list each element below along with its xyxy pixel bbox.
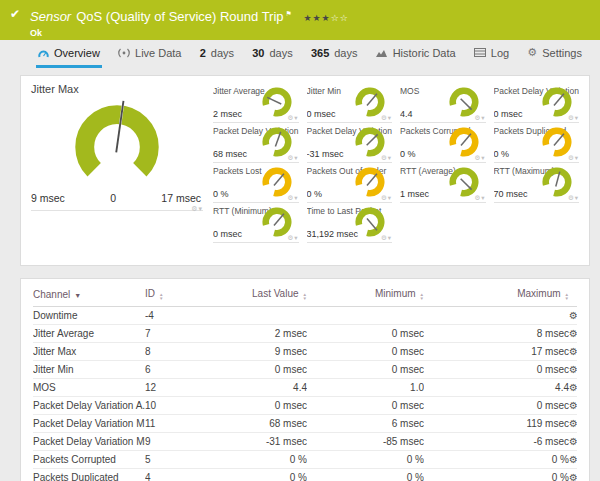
- mini-gauge-rtt-average[interactable]: RTT (Average) 1 msec ⚙▾: [400, 163, 486, 203]
- main-gauge-jitter-max[interactable]: Jitter Max 9 msec 0 17 msec ⚙▾: [31, 83, 203, 211]
- gauge-actions[interactable]: ⚙▾: [191, 205, 203, 213]
- tab-bar: Overview Live Data 2 days 30 days 365 da…: [0, 40, 600, 68]
- last-value-cell: 0 msec: [215, 361, 307, 379]
- gear-icon[interactable]: ⚙: [381, 114, 388, 121]
- channel-cell: Jitter Average: [33, 325, 145, 343]
- gauge-actions[interactable]: ⚙▾: [568, 114, 579, 122]
- gauge-actions[interactable]: ⚙▾: [287, 154, 298, 162]
- gauge-actions[interactable]: ⚙▾: [474, 114, 485, 122]
- table-row-jitter-average: Jitter Average 7 2 msec 0 msec 8 msec ⚙: [33, 325, 577, 343]
- last-value-cell: [215, 307, 307, 325]
- mini-gauge-packets-out-of-order[interactable]: Packets Out of Order 0 % ⚙▾: [307, 163, 393, 203]
- mini-gauge-packets-corrupted[interactable]: Packets Corrupted 0 % ⚙▾: [400, 123, 486, 163]
- pin-icon[interactable]: ▾: [388, 114, 392, 121]
- gauge-actions[interactable]: ⚙▾: [474, 194, 485, 202]
- table-row-jitter-min: Jitter Min 6 0 msec 0 msec 0 msec ⚙: [33, 361, 577, 379]
- column-header-last-value[interactable]: Last Value▲▼: [215, 284, 307, 307]
- channel-settings-gear-icon[interactable]: ⚙: [569, 418, 577, 429]
- pin-icon[interactable]: ▾: [198, 205, 203, 212]
- channel-settings-gear-icon[interactable]: ⚙: [569, 400, 577, 411]
- gauge-dial: [542, 167, 572, 197]
- channel-settings-gear-icon[interactable]: ⚙: [569, 310, 577, 321]
- channel-cell: Jitter Max: [33, 343, 145, 361]
- minimum-cell: 0 msec: [307, 397, 424, 415]
- channel-settings-gear-icon[interactable]: ⚙: [569, 364, 577, 375]
- gauge-actions[interactable]: ⚙▾: [287, 194, 298, 202]
- channel-settings-gear-icon[interactable]: ⚙: [569, 382, 577, 393]
- pin-icon[interactable]: ▾: [388, 194, 392, 201]
- channel-cell: Packet Delay Variation A..: [33, 397, 145, 415]
- gear-icon[interactable]: ⚙: [568, 154, 575, 161]
- channel-settings-gear-icon[interactable]: ⚙: [569, 436, 577, 447]
- gear-icon[interactable]: ⚙: [381, 234, 388, 241]
- maximum-cell: [424, 307, 569, 325]
- pin-icon[interactable]: ▾: [575, 194, 579, 201]
- column-header-maximum[interactable]: Maximum▲▼: [424, 284, 569, 307]
- last-value-cell: 2 msec: [215, 325, 307, 343]
- gauge-actions[interactable]: ⚙▾: [381, 154, 392, 162]
- tab-overview[interactable]: Overview: [36, 40, 102, 68]
- gauge-actions[interactable]: ⚙▾: [568, 154, 579, 162]
- pin-icon[interactable]: ▾: [294, 194, 298, 201]
- gauge-actions[interactable]: ⚙▾: [381, 194, 392, 202]
- table-row-packet-delay-variation-min: Packet Delay Variation Min 9 -31 msec -8…: [33, 433, 577, 451]
- pin-icon[interactable]: ▾: [481, 194, 485, 201]
- pin-icon[interactable]: ▾: [388, 234, 392, 241]
- gauge-actions[interactable]: ⚙▾: [381, 114, 392, 122]
- pin-icon[interactable]: ▾: [575, 154, 579, 161]
- column-header-minimum[interactable]: Minimum▲▼: [307, 284, 424, 307]
- mini-gauge-rtt-maximum[interactable]: RTT (Maximum) 70 msec ⚙▾: [494, 163, 580, 203]
- mini-gauge-jitter-average[interactable]: Jitter Average 2 msec ⚙▾: [213, 83, 299, 123]
- tab-settings[interactable]: ⚙ Settings: [525, 40, 584, 68]
- mini-gauge-time-to-last-packet[interactable]: Time to Last Packet 31,192 msec ⚙▾: [307, 203, 393, 243]
- maximum-cell: 0 %: [424, 469, 569, 481]
- column-header-id[interactable]: ID▲▼: [145, 284, 215, 307]
- tab-2-days[interactable]: 2 days: [198, 40, 236, 68]
- column-header-channel[interactable]: Channel▼: [33, 284, 145, 307]
- gear-icon[interactable]: ⚙: [568, 194, 575, 201]
- tab-historic-data[interactable]: Historic Data: [374, 40, 458, 68]
- gauge-actions[interactable]: ⚙▾: [474, 154, 485, 162]
- mini-gauge-packet-delay-variation-min[interactable]: Packet Delay Variation -31 msec ⚙▾: [307, 123, 393, 163]
- channel-settings-gear-icon[interactable]: ⚙: [569, 346, 577, 357]
- mini-gauge-rtt-minimum[interactable]: RTT (Minimum) 0 msec ⚙▾: [213, 203, 299, 243]
- gear-icon[interactable]: ⚙: [381, 194, 388, 201]
- status-badge: Ok: [30, 28, 590, 38]
- tab-live-data[interactable]: Live Data: [116, 40, 183, 68]
- tab-log[interactable]: Log: [472, 40, 511, 68]
- channel-settings-gear-icon[interactable]: ⚙: [569, 328, 577, 339]
- mini-gauge-packets-duplicated[interactable]: Packets Duplicated 0 % ⚙▾: [494, 123, 580, 163]
- gauge-actions[interactable]: ⚙▾: [381, 234, 392, 242]
- channel-cell: Packet Delay Variation Min: [33, 433, 145, 451]
- pin-icon[interactable]: ▾: [388, 154, 392, 161]
- historic-data-chart-icon: [376, 48, 388, 58]
- tab-30-days[interactable]: 30 days: [250, 40, 295, 68]
- id-cell: 4: [145, 469, 215, 481]
- mini-gauge-jitter-min[interactable]: Jitter Min 0 msec ⚙▾: [307, 83, 393, 123]
- id-cell: 5: [145, 451, 215, 469]
- gear-icon[interactable]: ⚙: [381, 154, 388, 161]
- id-cell: 9: [145, 433, 215, 451]
- gauge-actions[interactable]: ⚙▾: [287, 234, 298, 242]
- mini-gauge-mos[interactable]: MOS 4.4 ⚙▾: [400, 83, 486, 123]
- gauge-actions[interactable]: ⚙▾: [568, 194, 579, 202]
- channel-settings-gear-icon[interactable]: ⚙: [569, 454, 577, 465]
- table-row-mos: MOS 12 4.4 1.0 4.4 ⚙: [33, 379, 577, 397]
- mini-gauge-packets-lost[interactable]: Packets Lost 0 % ⚙▾: [213, 163, 299, 203]
- pin-icon[interactable]: ▾: [575, 114, 579, 121]
- mini-gauge-packet-delay-variation-max[interactable]: Packet Delay Variation 68 msec ⚙▾: [213, 123, 299, 163]
- pin-icon[interactable]: ▾: [294, 114, 298, 121]
- pin-icon[interactable]: ▾: [294, 154, 298, 161]
- last-value-cell: 68 msec: [215, 415, 307, 433]
- pin-icon[interactable]: ▾: [294, 234, 298, 241]
- gear-icon[interactable]: ⚙: [568, 114, 575, 121]
- channel-settings-gear-icon[interactable]: ⚙: [569, 472, 577, 481]
- gauge-actions[interactable]: ⚙▾: [287, 114, 298, 122]
- settings-gear-icon: ⚙: [527, 46, 537, 59]
- tab-label: days: [269, 47, 292, 59]
- id-cell: 11: [145, 415, 215, 433]
- pin-icon[interactable]: ▾: [481, 154, 485, 161]
- pin-icon[interactable]: ▾: [481, 114, 485, 121]
- tab-365-days[interactable]: 365 days: [309, 40, 360, 68]
- mini-gauge-packet-delay-variation-avg[interactable]: Packet Delay Variation 0 msec ⚙▾: [494, 83, 580, 123]
